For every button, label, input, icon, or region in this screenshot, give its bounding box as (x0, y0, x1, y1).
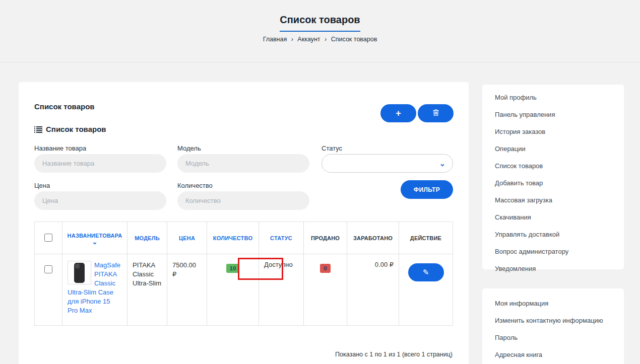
filter-price-input[interactable] (34, 191, 166, 210)
sidebar-item-product-list[interactable]: Список товаров (482, 157, 624, 174)
page-header: Список товаров Главная › Аккаунт › Списо… (0, 0, 640, 62)
trash-icon (432, 110, 439, 118)
sidebar-item-bulk-upload[interactable]: Массовая загрузка (482, 191, 624, 208)
account-menu-panel: Мой профиль Панель управления История за… (482, 85, 624, 269)
sidebar-item-my-profile[interactable]: Мой профиль (482, 89, 624, 106)
filter-quantity-input[interactable] (177, 191, 309, 210)
list-icon (34, 126, 42, 132)
phone-case-image (74, 263, 85, 283)
column-header-model[interactable]: МОДЕЛЬ (127, 222, 167, 254)
filter-model-label: Модель (177, 144, 201, 152)
product-list-panel: Список товаров + (19, 82, 469, 364)
sidebar-item-downloads[interactable]: Скачивания (482, 208, 624, 226)
edit-button[interactable]: ✎ (408, 263, 444, 281)
breadcrumb-home[interactable]: Главная (263, 36, 287, 43)
sidebar-item-edit-contact-info[interactable]: Изменить контактную информацию (482, 312, 624, 329)
pagination-status: Показано с 1 по 1 из 1 (всего 1 страниц) (335, 351, 453, 358)
filter-status-label: Статус (322, 144, 342, 152)
filter-button[interactable]: ФИЛЬТР (401, 180, 453, 199)
add-product-button[interactable]: + (380, 104, 416, 122)
list-section-heading-label: Список товаров (46, 125, 106, 133)
personal-info-panel: Моя информация Изменить контактную инфор… (482, 288, 624, 364)
breadcrumb-account[interactable]: Аккаунт (297, 36, 320, 43)
sidebar-item-manage-shipping[interactable]: Управлять доставкой (482, 226, 624, 243)
row-checkbox[interactable] (44, 265, 52, 273)
product-price-cell: 7500.00 ₽ (167, 254, 207, 326)
product-name-cell: MagSafe PITAKA Classic Ultra-Slim Case д… (62, 254, 127, 326)
column-header-earned: ЗАРАБОТАНО (347, 222, 399, 254)
plus-icon: + (396, 108, 401, 118)
sidebar-item-dashboard[interactable]: Панель управления (482, 106, 624, 123)
column-header-sold: ПРОДАНО (304, 222, 347, 254)
column-header-price[interactable]: ЦЕНА (167, 222, 207, 254)
delete-selected-button[interactable] (418, 104, 454, 122)
product-action-cell: ✎ (399, 254, 453, 326)
sort-chevron-icon: ⌄ (67, 241, 123, 244)
breadcrumb-current[interactable]: Список товаров (331, 36, 377, 43)
column-header-action: ДЕЙСТВИЕ (399, 222, 453, 254)
sidebar-item-address-book[interactable]: Адресная книга (482, 346, 624, 363)
product-status-cell: Доступно (259, 254, 304, 326)
chevron-down-icon: ⌄ (439, 162, 445, 166)
product-earned-cell: 0.00 ₽ (347, 254, 399, 326)
page: Список товаров Главная › Аккаунт › Списо… (0, 0, 640, 364)
column-header-name[interactable]: НАЗВАНИЕТОВАРА ⌄ (62, 222, 127, 254)
products-table: НАЗВАНИЕТОВАРА ⌄ МОДЕЛЬ ЦЕНА КОЛИЧЕСТВО … (34, 222, 453, 326)
filter-quantity-label: Количество (177, 182, 213, 189)
filter-status-select[interactable]: ⌄ (322, 154, 453, 173)
table-header-row: НАЗВАНИЕТОВАРА ⌄ МОДЕЛЬ ЦЕНА КОЛИЧЕСТВО … (35, 222, 453, 254)
filter-price-label: Цена (34, 182, 50, 189)
breadcrumb-separator: › (291, 36, 293, 43)
sidebar-item-transactions[interactable]: Операции (482, 140, 624, 157)
quantity-badge: 10 (226, 264, 240, 273)
column-header-status[interactable]: СТАТУС (259, 222, 304, 254)
sidebar-item-notifications[interactable]: Уведомления (482, 260, 624, 277)
list-section-heading: Список товаров (34, 125, 106, 133)
sold-badge: 0 (320, 264, 330, 273)
column-header-quantity[interactable]: КОЛИЧЕСТВО (207, 222, 259, 254)
product-thumbnail[interactable] (68, 261, 91, 284)
panel-heading: Список товаров (34, 102, 95, 111)
filter-model-input[interactable] (177, 154, 309, 173)
breadcrumb: Главная › Аккаунт › Список товаров (0, 36, 640, 43)
sidebar-item-order-history[interactable]: История заказов (482, 123, 624, 140)
table-row: MagSafe PITAKA Classic Ultra-Slim Case д… (35, 254, 453, 326)
breadcrumb-separator: › (325, 36, 327, 43)
pencil-icon: ✎ (423, 268, 429, 276)
sidebar-item-add-product[interactable]: Добавить товар (482, 174, 624, 191)
filter-name-label: Название товара (34, 144, 86, 152)
filter-name-input[interactable] (34, 154, 166, 173)
sidebar-item-my-information[interactable]: Моя информация (482, 295, 624, 312)
page-title: Список товаров (280, 14, 360, 32)
sidebar-item-password[interactable]: Пароль (482, 329, 624, 346)
select-all-checkbox[interactable] (44, 234, 52, 242)
product-model-cell: PITAKA Classic Ultra-Slim (127, 254, 167, 326)
sidebar-item-ask-admin[interactable]: Вопрос администратору (482, 243, 624, 260)
product-quantity-cell: 10 (207, 254, 259, 326)
product-sold-cell: 0 (304, 254, 347, 326)
